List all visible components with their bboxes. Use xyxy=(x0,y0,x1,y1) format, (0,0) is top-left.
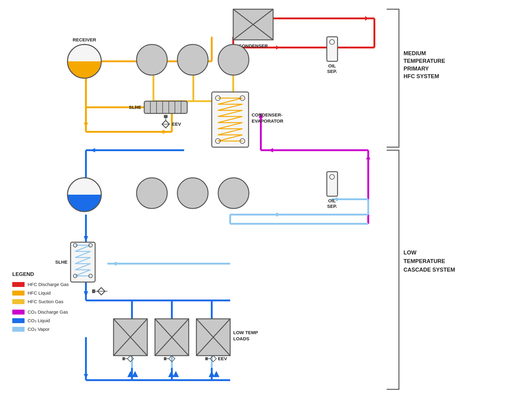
svg-text:OIL: OIL xyxy=(328,198,336,203)
legend-hfc-discharge-swatch xyxy=(12,282,25,287)
svg-text:OIL: OIL xyxy=(328,63,336,68)
co2-discharge-pipes xyxy=(259,113,370,224)
medium-temp-bracket: MEDIUM TEMPERATURE PRIMARY HFC SYSTEM xyxy=(387,9,445,147)
svg-marker-41 xyxy=(84,291,88,297)
svg-marker-144 xyxy=(213,371,219,377)
compressor-top-3 xyxy=(218,44,249,75)
svg-marker-4 xyxy=(365,16,368,21)
oil-sep-bottom: OIL SEP. xyxy=(327,172,338,209)
svg-text:SLHE: SLHE xyxy=(55,259,68,265)
svg-text:TEMPERATURE: TEMPERATURE xyxy=(404,58,445,64)
compressor-bottom-3 xyxy=(218,178,249,208)
legend-co2-discharge-swatch xyxy=(12,310,25,315)
svg-text:CO₂ Vapor: CO₂ Vapor xyxy=(28,326,50,332)
svg-text:HFC Discharge Gas: HFC Discharge Gas xyxy=(28,282,69,287)
svg-rect-134 xyxy=(164,357,166,360)
legend-co2-vapor-swatch xyxy=(12,327,25,332)
svg-point-102 xyxy=(177,178,208,208)
svg-marker-52 xyxy=(84,374,88,379)
load-evap-2 xyxy=(155,319,189,356)
svg-marker-35 xyxy=(91,148,95,152)
svg-text:HFC Suction Gas: HFC Suction Gas xyxy=(28,299,64,304)
svg-point-74 xyxy=(218,44,249,75)
load-evap-1 xyxy=(114,319,147,356)
legend-hfc-liquid-swatch xyxy=(12,291,25,296)
svg-text:EEV: EEV xyxy=(172,121,181,127)
svg-text:SEP.: SEP. xyxy=(327,204,337,209)
svg-text:RECEIVER: RECEIVER xyxy=(73,37,96,42)
svg-marker-14 xyxy=(163,130,167,134)
svg-marker-27 xyxy=(366,155,370,159)
svg-rect-97 xyxy=(164,115,168,118)
svg-marker-54 xyxy=(276,212,281,217)
compressor-top-1 xyxy=(137,44,167,75)
svg-marker-12 xyxy=(84,123,88,127)
svg-text:CO₂ Discharge Gas: CO₂ Discharge Gas xyxy=(28,309,68,315)
oil-sep-top: OIL SEP. xyxy=(327,37,338,74)
svg-rect-75 xyxy=(327,37,338,61)
svg-point-103 xyxy=(218,178,249,208)
svg-rect-117 xyxy=(92,289,95,293)
svg-point-72 xyxy=(137,44,167,75)
condenser: CONDENSER xyxy=(233,9,273,48)
svg-marker-7 xyxy=(276,45,279,50)
svg-text:EVAPORATOR: EVAPORATOR xyxy=(252,118,284,124)
svg-text:CO₂ Liquid: CO₂ Liquid xyxy=(28,318,50,323)
low-temp-loads-label2: LOADS xyxy=(233,336,249,341)
evap-fans xyxy=(127,371,219,377)
svg-text:CASCADE SYSTEM: CASCADE SYSTEM xyxy=(404,267,455,273)
low-temp-loads-label: LOW TEMP xyxy=(233,330,258,335)
compressor-bottom-1 xyxy=(137,178,167,208)
svg-text:LOW: LOW xyxy=(404,250,416,256)
slhe-top: SLHE xyxy=(129,101,187,113)
load-eev-2 xyxy=(164,356,175,362)
compressor-bottom-2 xyxy=(177,178,208,208)
svg-text:HFC SYSTEM: HFC SYSTEM xyxy=(404,73,439,79)
svg-text:MEDIUM: MEDIUM xyxy=(404,50,426,56)
svg-rect-104 xyxy=(327,172,338,196)
svg-text:HFC Liquid: HFC Liquid xyxy=(28,290,51,296)
compressor-top-2 xyxy=(177,44,208,75)
legend-hfc-suction-swatch xyxy=(12,299,25,304)
condenser-evaporator: CONDENSER- EVAPORATOR xyxy=(212,92,284,147)
svg-text:CONDENSER-: CONDENSER- xyxy=(252,112,283,117)
eev-bottom xyxy=(92,288,107,295)
receiver-bottom xyxy=(68,178,101,212)
svg-marker-39 xyxy=(84,236,88,242)
svg-rect-137 xyxy=(205,357,208,360)
svg-text:EEV: EEV xyxy=(218,356,227,361)
legend: LEGEND HFC Discharge Gas HFC Liquid HFC … xyxy=(12,271,69,332)
legend-co2-liquid-swatch xyxy=(12,318,25,323)
load-eev-3: EEV xyxy=(205,356,227,362)
svg-point-73 xyxy=(177,44,208,75)
svg-text:SLHE: SLHE xyxy=(129,105,141,110)
low-temp-bracket: LOW TEMPERATURE CASCADE SYSTEM xyxy=(387,150,455,389)
svg-point-101 xyxy=(137,178,167,208)
svg-text:SEP.: SEP. xyxy=(327,69,337,74)
svg-marker-142 xyxy=(173,371,179,377)
svg-marker-56 xyxy=(112,262,117,266)
svg-text:LEGEND: LEGEND xyxy=(12,271,34,277)
svg-marker-29 xyxy=(269,148,273,152)
slhe-bottom: SLHE xyxy=(55,242,95,282)
receiver-top: RECEIVER xyxy=(68,37,101,78)
load-evap-3 xyxy=(196,319,230,356)
svg-text:PRIMARY: PRIMARY xyxy=(404,66,429,72)
svg-text:TEMPERATURE: TEMPERATURE xyxy=(404,258,445,264)
svg-rect-130 xyxy=(122,357,125,360)
